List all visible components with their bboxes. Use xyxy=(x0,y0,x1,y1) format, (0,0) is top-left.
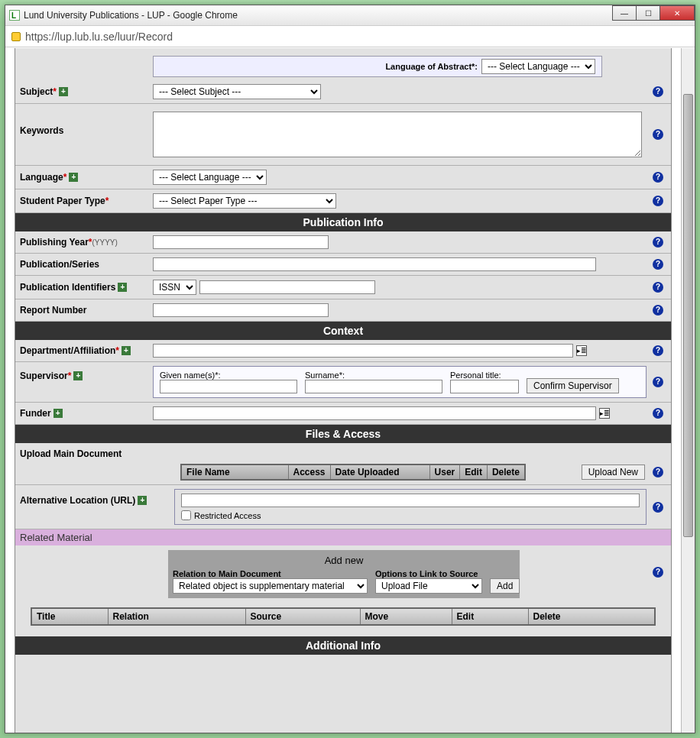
pub-year-label: Publishing Year xyxy=(20,237,89,248)
upload-main-row: Upload Main Document File Name Access Da… xyxy=(15,443,671,485)
col-relation: Relation xyxy=(108,608,245,625)
help-icon[interactable]: ? xyxy=(653,305,663,316)
section-publication-info: Publication Info xyxy=(15,213,671,231)
help-icon[interactable]: ? xyxy=(653,377,663,387)
surname-input[interactable] xyxy=(305,380,442,393)
keywords-label: Keywords xyxy=(20,125,63,136)
maximize-button[interactable]: ☐ xyxy=(636,5,660,21)
help-icon[interactable]: ? xyxy=(653,345,663,356)
address-bar[interactable]: https://lup.lub.lu.se/luur/Record xyxy=(5,26,695,47)
minimize-button[interactable]: — xyxy=(612,5,637,21)
language-add-icon[interactable]: + xyxy=(69,173,78,182)
upload-new-button[interactable]: Upload New xyxy=(582,464,645,480)
subject-select[interactable]: --- Select Subject --- xyxy=(153,84,321,99)
upload-main-label: Upload Main Document xyxy=(20,447,663,464)
col-filename: File Name xyxy=(181,464,288,480)
col-edit: Edit xyxy=(460,464,488,480)
lock-icon xyxy=(11,32,21,41)
supervisor-add-icon[interactable]: + xyxy=(73,371,83,380)
given-name-input[interactable] xyxy=(160,380,297,393)
pub-series-row: Publication/Series ? xyxy=(15,254,671,276)
given-name-label: Given name(s)*: xyxy=(160,371,297,380)
dept-input[interactable] xyxy=(153,344,573,358)
help-icon[interactable]: ? xyxy=(653,467,663,477)
restricted-checkbox[interactable] xyxy=(181,510,191,520)
pub-series-input[interactable] xyxy=(153,257,596,271)
funder-add-icon[interactable]: + xyxy=(53,409,63,418)
scrollbar-track[interactable] xyxy=(681,48,695,733)
language-of-abstract-select[interactable]: --- Select Language --- xyxy=(481,59,595,74)
pub-id-type-select[interactable]: ISSN xyxy=(153,280,196,295)
options-select[interactable]: Upload File xyxy=(375,578,482,594)
restricted-label: Restricted Access xyxy=(194,511,261,520)
help-icon[interactable]: ? xyxy=(653,282,663,293)
scrollbar-thumb[interactable] xyxy=(683,94,693,537)
language-of-abstract-label: Language of Abstract*: xyxy=(385,62,478,71)
pub-year-hint: (YYYY) xyxy=(92,238,117,247)
help-icon[interactable]: ? xyxy=(653,86,663,97)
confirm-supervisor-button[interactable]: Confirm Supervisor xyxy=(527,378,619,393)
pub-ids-add-icon[interactable]: + xyxy=(118,283,127,292)
help-icon[interactable]: ? xyxy=(653,408,663,419)
language-select[interactable]: --- Select Language --- xyxy=(153,170,267,185)
form-page: Language of Abstract*: --- Select Langua… xyxy=(15,48,672,733)
col-delete: Delete xyxy=(528,608,655,625)
lookup-icon[interactable]: ▸≣ xyxy=(599,408,610,419)
close-button[interactable]: ✕ xyxy=(659,5,695,21)
alt-location-row: Alternative Location (URL)+ Restricted A… xyxy=(15,485,671,529)
related-material-header: Related Material xyxy=(15,529,671,545)
paper-type-select[interactable]: --- Select Paper Type --- xyxy=(153,193,336,209)
col-source: Source xyxy=(245,608,360,625)
funder-row: Funder+ ▸≣ ? xyxy=(15,403,671,425)
window-titlebar: Lund University Publications - LUP - Goo… xyxy=(5,5,695,26)
surname-label: Surname*: xyxy=(305,371,442,380)
paper-type-label: Student Paper Type xyxy=(20,196,105,206)
dept-add-icon[interactable]: + xyxy=(122,346,131,355)
window-buttons: — ☐ ✕ xyxy=(613,5,695,21)
relation-select[interactable]: Related object is supplementary material xyxy=(173,578,368,594)
help-icon[interactable]: ? xyxy=(653,237,663,248)
pub-year-input[interactable] xyxy=(153,235,329,249)
keywords-textarea[interactable] xyxy=(153,112,642,157)
page-viewport: Language of Abstract*: --- Select Langua… xyxy=(5,48,681,733)
personal-title-input[interactable] xyxy=(450,380,519,393)
col-edit: Edit xyxy=(452,608,528,625)
paper-type-row: Student Paper Type* --- Select Paper Typ… xyxy=(15,189,671,213)
help-icon[interactable]: ? xyxy=(653,172,663,183)
add-new-box: Add new Relation to Main DocumentRelated… xyxy=(168,550,520,598)
report-no-input[interactable] xyxy=(153,303,329,317)
subject-add-icon[interactable]: + xyxy=(59,87,68,96)
pub-ids-row: Publication Identifiers+ ISSN ? xyxy=(15,276,671,299)
funder-label: Funder xyxy=(20,408,51,419)
col-user: User xyxy=(429,464,460,480)
help-icon[interactable]: ? xyxy=(653,129,663,140)
section-additional-info: Additional Info xyxy=(15,636,671,655)
pub-year-row: Publishing Year* (YYYY) ? xyxy=(15,231,671,254)
help-icon[interactable]: ? xyxy=(653,259,663,270)
relation-label: Relation to Main Document xyxy=(173,569,368,578)
alt-location-input[interactable] xyxy=(181,494,640,507)
help-icon[interactable]: ? xyxy=(653,196,663,206)
supervisor-row: Supervisor*+ Given name(s)*: Surname*: P… xyxy=(15,362,671,403)
content-area: Language of Abstract*: --- Select Langua… xyxy=(5,48,695,733)
language-row: Language*+ --- Select Language --- ? xyxy=(15,166,671,189)
language-of-abstract-row: Language of Abstract*: --- Select Langua… xyxy=(153,56,602,77)
report-no-row: Report Number ? xyxy=(15,299,671,322)
pub-ids-label: Publication Identifiers xyxy=(20,282,115,293)
url-text: https://lup.lub.lu.se/luur/Record xyxy=(25,31,173,43)
lookup-icon[interactable]: ▸≣ xyxy=(576,345,587,356)
dept-row: Department/Affiliation*+ ▸≣ ? xyxy=(15,340,671,362)
personal-title-label: Personal title: xyxy=(450,371,519,380)
keywords-row: Keywords ? xyxy=(15,104,671,166)
browser-window: Lund University Publications - LUP - Goo… xyxy=(5,5,695,733)
pub-id-input[interactable] xyxy=(199,280,375,294)
add-button[interactable]: Add xyxy=(490,578,520,594)
funder-input[interactable] xyxy=(153,406,596,420)
supervisor-box: Given name(s)*: Surname*: Personal title… xyxy=(153,366,647,398)
related-table: Title Relation Source Move Edit Delete xyxy=(31,607,656,626)
help-icon[interactable]: ? xyxy=(653,567,663,578)
window-title: Lund University Publications - LUP - Goo… xyxy=(24,10,238,21)
options-label: Options to Link to Source xyxy=(375,569,482,578)
help-icon[interactable]: ? xyxy=(653,502,663,513)
alt-location-add-icon[interactable]: + xyxy=(138,496,147,505)
